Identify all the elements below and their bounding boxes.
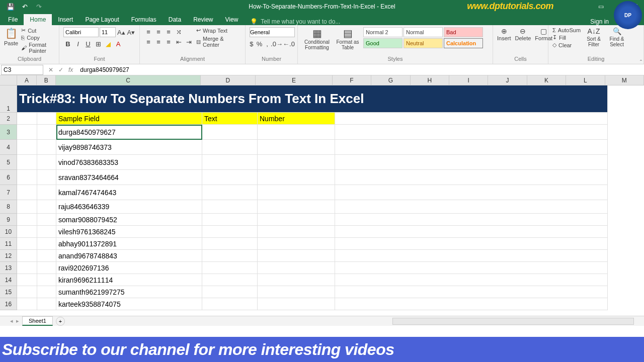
fill-button[interactable]: ↧Fill <box>552 34 581 41</box>
align-top-icon[interactable]: ≡ <box>144 27 153 36</box>
style-normal[interactable]: Normal <box>404 27 443 37</box>
sheet-tab-sheet1[interactable]: Sheet1 <box>22 316 53 326</box>
sort-filter-button[interactable]: A↓Z Sort & Filter <box>584 27 604 47</box>
cell-B2[interactable] <box>37 113 56 125</box>
cell-blank-row16[interactable] <box>335 298 608 310</box>
style-neutral[interactable]: Neutral <box>404 38 443 48</box>
cell-D4[interactable] <box>202 140 258 155</box>
row-header-4[interactable]: 4 <box>0 140 17 155</box>
cell-C6[interactable]: sravan8373464664 <box>56 170 202 185</box>
italic-button[interactable]: I <box>73 39 83 48</box>
cell-D16[interactable] <box>202 298 258 310</box>
cell-A4[interactable] <box>17 140 37 155</box>
bold-button[interactable]: B <box>63 39 72 48</box>
tab-review[interactable]: Review <box>187 14 219 25</box>
select-all-corner[interactable] <box>0 75 17 85</box>
cell-C4[interactable]: vijay9898746373 <box>56 140 202 155</box>
cell-C8[interactable]: raju8463646339 <box>56 200 202 214</box>
title-cell[interactable]: Trick#83: How To Separate Numbers From T… <box>17 85 608 113</box>
cell-A5[interactable] <box>17 155 37 170</box>
cell-B12[interactable] <box>37 250 56 262</box>
style-normal2[interactable]: Normal 2 <box>363 27 403 37</box>
cell-B14[interactable] <box>37 274 56 286</box>
cell-A9[interactable] <box>17 214 37 226</box>
tell-me[interactable]: 💡 Tell me what you want to do... <box>244 18 340 25</box>
percent-icon[interactable]: % <box>257 39 263 48</box>
sheet-nav-next-icon[interactable]: ▸ <box>16 318 19 324</box>
cell-A16[interactable] <box>17 298 37 310</box>
row-header-8[interactable]: 8 <box>0 200 17 214</box>
format-painter-button[interactable]: 🖌Format Painter <box>21 42 55 54</box>
cell-E13[interactable] <box>258 262 335 274</box>
row-header-7[interactable]: 7 <box>0 185 17 200</box>
ribbon-display-icon[interactable]: ▭ <box>598 3 604 10</box>
col-header-B[interactable]: B <box>37 75 56 85</box>
comma-icon[interactable]: , <box>265 39 269 48</box>
row-header-10[interactable]: 10 <box>0 226 17 238</box>
cell-D15[interactable] <box>202 286 258 298</box>
cell-blank-row2[interactable] <box>335 113 608 125</box>
cell-E7[interactable] <box>258 185 335 200</box>
cell-E15[interactable] <box>258 286 335 298</box>
cell-A8[interactable] <box>17 200 37 214</box>
name-box[interactable]: C3 <box>1 65 43 75</box>
col-header-K[interactable]: K <box>527 75 566 85</box>
decrease-decimal-icon[interactable]: ←.0 <box>284 39 293 48</box>
cell-blank-row8[interactable] <box>335 200 608 214</box>
conditional-formatting-button[interactable]: ▦ Conditional Formatting <box>302 27 332 50</box>
cell-D9[interactable] <box>202 214 258 226</box>
cell-B8[interactable] <box>37 200 56 214</box>
collapse-ribbon-icon[interactable]: ˆ <box>640 59 642 66</box>
col-header-J[interactable]: J <box>488 75 527 85</box>
currency-icon[interactable]: $ <box>250 39 254 48</box>
cell-E5[interactable] <box>258 155 335 170</box>
cell-B15[interactable] <box>37 286 56 298</box>
tab-data[interactable]: Data <box>163 14 187 25</box>
increase-decimal-icon[interactable]: .0→ <box>272 39 281 48</box>
find-select-button[interactable]: 🔍 Find & Select <box>607 27 627 47</box>
underline-button[interactable]: U <box>84 39 93 48</box>
cell-E8[interactable] <box>258 200 335 214</box>
cell-A14[interactable] <box>17 274 37 286</box>
tab-file[interactable]: File <box>2 14 24 25</box>
increase-font-icon[interactable]: A▴ <box>117 28 126 37</box>
col-header-E[interactable]: E <box>256 75 333 85</box>
align-bottom-icon[interactable]: ≡ <box>164 27 173 36</box>
cell-B13[interactable] <box>37 262 56 274</box>
cell-E11[interactable] <box>258 238 335 250</box>
align-left-icon[interactable]: ≡ <box>144 37 153 46</box>
tab-insert[interactable]: Insert <box>52 14 79 25</box>
align-center-icon[interactable]: ≡ <box>154 37 163 46</box>
enter-formula-icon[interactable]: ✓ <box>58 66 63 73</box>
cell-D2-text[interactable]: Text <box>202 113 258 125</box>
cell-C5[interactable]: vinod76383683353 <box>56 155 202 170</box>
align-right-icon[interactable]: ≡ <box>164 37 173 46</box>
cell-E2-number[interactable]: Number <box>258 113 335 125</box>
cell-B9[interactable] <box>37 214 56 226</box>
style-good[interactable]: Good <box>363 38 403 48</box>
col-header-L[interactable]: L <box>566 75 605 85</box>
merge-center-button[interactable]: ⊟Merge & Center <box>196 36 241 48</box>
row-header-14[interactable]: 14 <box>0 274 17 286</box>
cell-C13[interactable]: ravi9202697136 <box>56 262 202 274</box>
cell-D5[interactable] <box>202 155 258 170</box>
cell-E10[interactable] <box>258 226 335 238</box>
cell-A3[interactable] <box>17 125 37 140</box>
cell-D13[interactable] <box>202 262 258 274</box>
save-icon[interactable]: 💾 <box>7 3 14 10</box>
row-header-12[interactable]: 12 <box>0 250 17 262</box>
cell-D6[interactable] <box>202 170 258 185</box>
row-header-9[interactable]: 9 <box>0 214 17 226</box>
font-color-button[interactable]: A <box>114 39 123 48</box>
row-header-13[interactable]: 13 <box>0 262 17 274</box>
cell-C16[interactable]: karteek9358874075 <box>56 298 202 310</box>
cell-blank-row11[interactable] <box>335 238 608 250</box>
redo-icon[interactable]: ↷ <box>35 3 42 10</box>
orientation-icon[interactable]: ⤭ <box>174 27 183 36</box>
cell-D12[interactable] <box>202 250 258 262</box>
cell-C3[interactable]: durga8450979627 <box>56 125 202 140</box>
cell-A10[interactable] <box>17 226 37 238</box>
col-header-C[interactable]: C <box>56 75 201 85</box>
autosum-button[interactable]: ΣAutoSum <box>552 27 581 33</box>
cell-E12[interactable] <box>258 250 335 262</box>
